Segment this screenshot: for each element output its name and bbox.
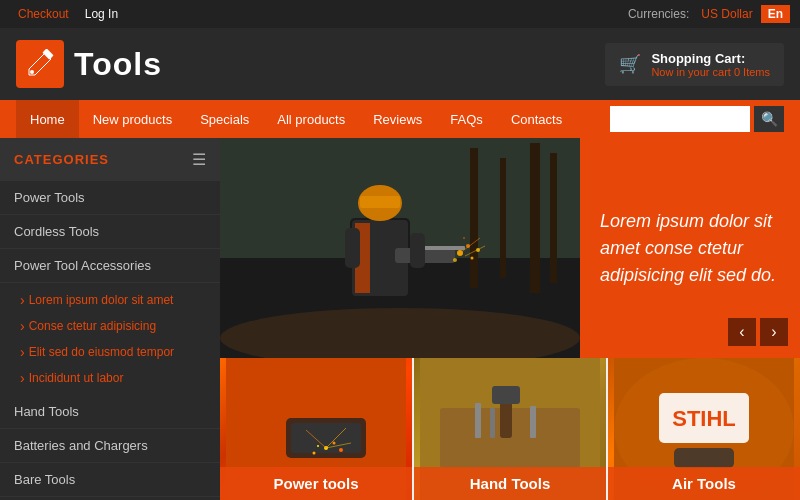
product-tiles: Power tools — [220, 358, 800, 500]
hero-image — [220, 138, 580, 358]
product-tile-hand-tools[interactable]: Hand Tools — [414, 358, 606, 500]
svg-point-1 — [30, 70, 34, 74]
sidebar-item-power-tool-acc[interactable]: Power Tool Accessories — [0, 249, 220, 283]
nav-item-reviews[interactable]: Reviews — [359, 100, 436, 138]
svg-point-21 — [471, 257, 474, 260]
currencies-label: Currencies: — [628, 7, 689, 21]
cart-label: Shopping Cart: — [651, 51, 770, 66]
sidebar-submenu: Lorem ipsum dolor sit amet Conse ctetur … — [0, 283, 220, 395]
sidebar-item-hand-tools[interactable]: Hand Tools — [0, 395, 220, 429]
nav-item-contacts[interactable]: Contacts — [497, 100, 576, 138]
svg-rect-42 — [490, 408, 495, 438]
svg-rect-13 — [360, 196, 400, 208]
cart-sub-text: Now in your cart — [651, 66, 730, 78]
cart-section[interactable]: 🛒 Shopping Cart: Now in your cart 0 Item… — [605, 43, 784, 86]
logo-text: Tools — [74, 46, 162, 83]
sidebar-header: CATEGORIES ☰ — [0, 138, 220, 181]
top-bar: Checkout Log In Currencies: US Dollar En — [0, 0, 800, 28]
svg-rect-43 — [530, 406, 536, 438]
svg-rect-16 — [345, 228, 360, 268]
tile-hand-label: Hand Tools — [470, 475, 551, 492]
nav-item-specials[interactable]: Specials — [186, 100, 263, 138]
sidebar-sub-item-4[interactable]: Incididunt ut labor — [0, 365, 220, 391]
svg-rect-5 — [500, 158, 506, 278]
sidebar: CATEGORIES ☰ Power Tools Cordless Tools … — [0, 138, 220, 500]
nav-item-new-products[interactable]: New products — [79, 100, 186, 138]
svg-point-30 — [333, 442, 336, 445]
sidebar-item-cordless-tools[interactable]: Cordless Tools — [0, 215, 220, 249]
hero-prev-button[interactable]: ‹ — [728, 318, 756, 346]
header: Tools 🛒 Shopping Cart: Now in your cart … — [0, 28, 800, 100]
content-area: Lorem ipsum dolor sit amet conse ctetur … — [220, 138, 800, 500]
svg-rect-4 — [470, 148, 478, 288]
svg-point-32 — [339, 448, 343, 452]
top-bar-links: Checkout Log In — [10, 7, 126, 21]
sidebar-sub-item-1[interactable]: Lorem ipsum dolor sit amet — [0, 287, 220, 313]
svg-rect-41 — [475, 403, 481, 438]
svg-rect-7 — [550, 153, 557, 283]
logo[interactable]: Tools — [16, 40, 605, 88]
nav-item-home[interactable]: Home — [16, 100, 79, 138]
product-tile-power-tools[interactable]: Power tools — [220, 358, 412, 500]
currency-selector[interactable]: US Dollar — [701, 7, 752, 21]
logo-icon — [16, 40, 64, 88]
sidebar-sub-item-3[interactable]: Elit sed do eiusmod tempor — [0, 339, 220, 365]
hero-next-button[interactable]: › — [760, 318, 788, 346]
hero-navigation: ‹ › — [728, 318, 788, 346]
login-link[interactable]: Log In — [77, 7, 126, 21]
nav-item-faqs[interactable]: FAQs — [436, 100, 497, 138]
tile-air-label: Air Tools — [672, 475, 736, 492]
product-tile-air-tools[interactable]: STIHL Air Tools — [608, 358, 800, 500]
nav-items: Home New products Specials All products … — [16, 100, 610, 138]
hero-slider: Lorem ipsum dolor sit amet conse ctetur … — [220, 138, 800, 358]
svg-rect-17 — [410, 233, 425, 268]
sidebar-item-batteries[interactable]: Batteries and Chargers — [0, 429, 220, 463]
language-selector[interactable]: En — [761, 5, 790, 23]
sidebar-menu-icon[interactable]: ☰ — [192, 150, 206, 169]
tile-hand-overlay: Hand Tools — [414, 467, 606, 500]
sidebar-item-bare-tools[interactable]: Bare Tools — [0, 463, 220, 497]
nav-item-all-products[interactable]: All products — [263, 100, 359, 138]
svg-point-20 — [453, 258, 457, 262]
svg-point-22 — [463, 237, 465, 239]
svg-rect-6 — [530, 143, 540, 293]
svg-point-33 — [313, 452, 316, 455]
hero-scene-svg — [220, 138, 580, 358]
main-content: CATEGORIES ☰ Power Tools Cordless Tools … — [0, 138, 800, 500]
svg-point-31 — [317, 445, 319, 447]
hero-text: Lorem ipsum dolor sit amet conse ctetur … — [600, 208, 780, 289]
tile-air-overlay: Air Tools — [608, 467, 800, 500]
search-form: 🔍 — [610, 106, 784, 132]
sidebar-item-power-tools[interactable]: Power Tools — [0, 181, 220, 215]
sidebar-sub-item-2[interactable]: Conse ctetur adipisicing — [0, 313, 220, 339]
checkout-link[interactable]: Checkout — [10, 7, 77, 21]
search-input[interactable] — [610, 106, 750, 132]
sidebar-title: CATEGORIES — [14, 152, 109, 167]
tile-power-label: Power tools — [273, 475, 358, 492]
cart-icon: 🛒 — [619, 53, 641, 75]
svg-rect-48 — [674, 448, 734, 468]
cart-count: 0 Items — [734, 66, 770, 78]
navigation: Home New products Specials All products … — [0, 100, 800, 138]
cart-status: Now in your cart 0 Items — [651, 66, 770, 78]
svg-rect-40 — [492, 386, 520, 404]
search-button[interactable]: 🔍 — [754, 106, 784, 132]
tile-power-overlay: Power tools — [220, 467, 412, 500]
svg-text:STIHL: STIHL — [672, 406, 736, 431]
